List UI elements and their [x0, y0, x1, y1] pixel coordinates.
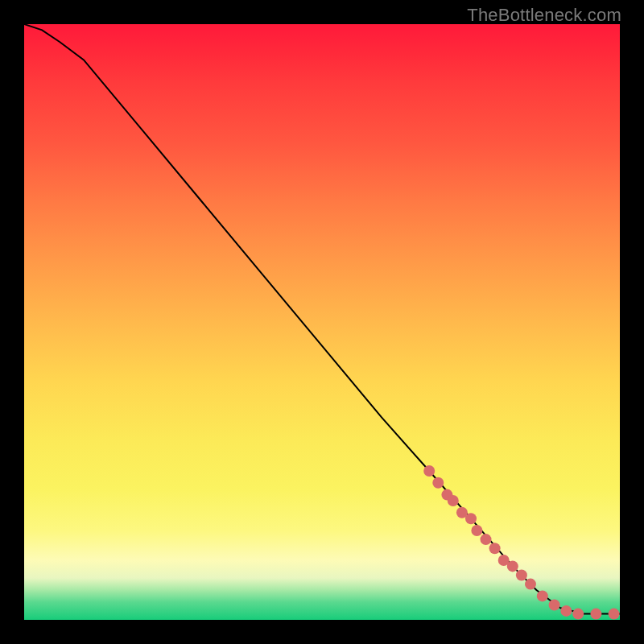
highlight-dot — [481, 534, 492, 545]
highlight-dot — [572, 609, 584, 620]
bottleneck-curve — [24, 24, 620, 614]
plot-area — [24, 24, 620, 620]
highlight-dot — [609, 609, 620, 620]
watermark-text: TheBottleneck.com — [467, 5, 621, 26]
highlighted-points — [423, 465, 619, 620]
highlight-dot — [537, 590, 548, 601]
highlight-dot — [489, 543, 501, 554]
highlight-dot — [465, 513, 477, 524]
highlight-dot — [507, 560, 518, 572]
highlight-dot — [549, 600, 560, 611]
highlight-dot — [471, 525, 482, 536]
highlight-dot — [498, 555, 510, 566]
highlight-dot — [432, 477, 444, 489]
highlight-dot — [448, 495, 459, 506]
highlight-dot — [560, 605, 572, 617]
chart-frame: TheBottleneck.com — [0, 0, 644, 644]
highlight-dot — [423, 465, 435, 477]
curve-svg — [24, 24, 620, 620]
highlight-dot — [525, 579, 536, 590]
highlight-dot — [456, 507, 468, 518]
highlight-dot — [516, 570, 527, 581]
highlight-dot — [441, 489, 452, 501]
highlight-dot — [590, 609, 601, 620]
